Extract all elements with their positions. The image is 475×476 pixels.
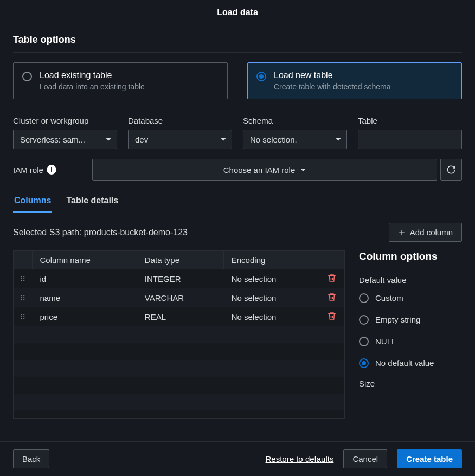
cell-encoding: No selection bbox=[223, 269, 319, 289]
tile-desc: Load data into an existing table bbox=[40, 82, 145, 91]
refresh-button[interactable] bbox=[440, 159, 462, 181]
chevron-down-icon bbox=[300, 169, 306, 171]
radio-icon bbox=[359, 358, 369, 368]
database-select[interactable]: dev bbox=[128, 130, 232, 149]
table-row[interactable]: priceREALNo selection bbox=[14, 307, 344, 326]
chevron-down-icon bbox=[221, 138, 226, 141]
cancel-button[interactable]: Cancel bbox=[343, 449, 387, 468]
cell-column-name: name bbox=[32, 288, 137, 307]
table-row-empty bbox=[14, 377, 344, 394]
refresh-icon bbox=[446, 165, 456, 175]
default-value-label: Default value bbox=[359, 275, 462, 285]
svg-point-14 bbox=[21, 318, 22, 319]
tile-load-new[interactable]: Load new table Create table with detecte… bbox=[247, 62, 462, 99]
plus-icon bbox=[398, 229, 406, 236]
svg-point-13 bbox=[21, 316, 22, 317]
delete-row-button[interactable] bbox=[327, 294, 337, 304]
svg-point-8 bbox=[21, 299, 22, 300]
create-table-button[interactable]: Create table bbox=[397, 449, 462, 468]
radio-icon bbox=[22, 72, 32, 81]
table-row[interactable]: idINTEGERNo selection bbox=[14, 269, 344, 289]
cell-data-type: INTEGER bbox=[137, 269, 223, 289]
svg-point-10 bbox=[23, 297, 24, 298]
section-title: Table options bbox=[13, 34, 462, 53]
radio-null[interactable]: NULL bbox=[359, 336, 462, 346]
tab-table-details[interactable]: Table details bbox=[65, 192, 119, 213]
table-row-empty bbox=[14, 326, 344, 343]
svg-point-2 bbox=[21, 280, 22, 281]
svg-point-9 bbox=[23, 295, 24, 296]
select-value: Choose an IAM role bbox=[223, 165, 296, 175]
selected-s3-path: Selected S3 path: products-bucket-demo-1… bbox=[13, 228, 188, 237]
svg-point-5 bbox=[23, 280, 24, 281]
drag-handle-icon[interactable] bbox=[14, 307, 32, 326]
drag-handle-icon[interactable] bbox=[14, 269, 32, 289]
schema-label: Schema bbox=[243, 116, 347, 125]
svg-point-6 bbox=[21, 295, 22, 296]
chevron-down-icon bbox=[336, 138, 341, 141]
radio-no-default[interactable]: No default value bbox=[359, 357, 462, 368]
table-row-empty bbox=[14, 360, 344, 377]
cell-encoding: No selection bbox=[223, 288, 319, 307]
table-row[interactable]: nameVARCHARNo selection bbox=[14, 288, 344, 307]
radio-icon bbox=[359, 315, 369, 325]
back-button[interactable]: Back bbox=[13, 449, 49, 468]
svg-point-1 bbox=[21, 278, 22, 279]
dialog-body: Table options Load existing table Load d… bbox=[0, 24, 475, 441]
svg-point-4 bbox=[23, 278, 24, 279]
iam-role-label: IAM role bbox=[13, 165, 43, 175]
column-options-title: Column options bbox=[359, 250, 462, 262]
svg-point-16 bbox=[23, 316, 24, 317]
th-column-name[interactable]: Column name bbox=[32, 251, 137, 269]
cluster-select[interactable]: Serverless: sam... bbox=[13, 130, 117, 149]
th-data-type[interactable]: Data type bbox=[137, 251, 223, 269]
radio-empty-string[interactable]: Empty string bbox=[359, 314, 462, 325]
radio-icon bbox=[256, 72, 266, 81]
radio-icon bbox=[359, 293, 369, 303]
column-options-panel: Column options Default value Custom Empt… bbox=[359, 250, 462, 396]
dialog-title: Load data bbox=[0, 0, 475, 24]
radio-custom[interactable]: Custom bbox=[359, 292, 462, 303]
cluster-label: Cluster or workgroup bbox=[13, 116, 117, 125]
cell-encoding: No selection bbox=[223, 307, 319, 326]
svg-point-11 bbox=[23, 299, 24, 300]
tab-columns[interactable]: Columns bbox=[13, 192, 52, 213]
add-column-button[interactable]: Add column bbox=[389, 223, 462, 242]
columns-table: Column name Data type Encoding idINTEGER… bbox=[13, 250, 345, 419]
restore-defaults-button[interactable]: Restore to defaults bbox=[266, 454, 334, 464]
database-label: Database bbox=[128, 116, 232, 125]
cell-data-type: REAL bbox=[137, 307, 223, 326]
svg-point-7 bbox=[21, 297, 22, 298]
drag-handle-icon[interactable] bbox=[14, 288, 32, 307]
select-value: No selection. bbox=[250, 135, 297, 144]
svg-point-15 bbox=[23, 314, 24, 315]
table-label: Table bbox=[358, 116, 462, 125]
table-row-empty bbox=[14, 343, 344, 360]
cell-column-name: id bbox=[32, 269, 137, 289]
iam-role-select[interactable]: Choose an IAM role bbox=[92, 159, 437, 181]
svg-point-12 bbox=[21, 314, 22, 315]
th-encoding[interactable]: Encoding bbox=[223, 251, 319, 269]
svg-point-0 bbox=[21, 276, 22, 277]
table-input[interactable] bbox=[358, 130, 462, 149]
tile-load-existing[interactable]: Load existing table Load data into an ex… bbox=[13, 62, 228, 99]
tile-title: Load new table bbox=[274, 70, 391, 80]
chevron-down-icon bbox=[106, 138, 111, 141]
size-label: Size bbox=[359, 379, 462, 388]
radio-icon bbox=[359, 337, 369, 346]
cell-column-name: price bbox=[32, 307, 137, 326]
table-row-empty bbox=[14, 394, 344, 410]
delete-row-button[interactable] bbox=[327, 313, 337, 323]
cell-data-type: VARCHAR bbox=[137, 288, 223, 307]
svg-point-17 bbox=[23, 318, 24, 319]
schema-select[interactable]: No selection. bbox=[243, 130, 347, 149]
info-icon[interactable]: i bbox=[47, 165, 56, 175]
svg-point-3 bbox=[23, 276, 24, 277]
tile-desc: Create table with detected schema bbox=[274, 82, 391, 91]
dialog-footer: Back Restore to defaults Cancel Create t… bbox=[0, 441, 475, 476]
delete-row-button[interactable] bbox=[327, 275, 337, 285]
select-value: Serverless: sam... bbox=[20, 135, 85, 144]
table-row-empty bbox=[14, 410, 344, 419]
tile-title: Load existing table bbox=[40, 70, 145, 80]
select-value: dev bbox=[135, 135, 148, 144]
